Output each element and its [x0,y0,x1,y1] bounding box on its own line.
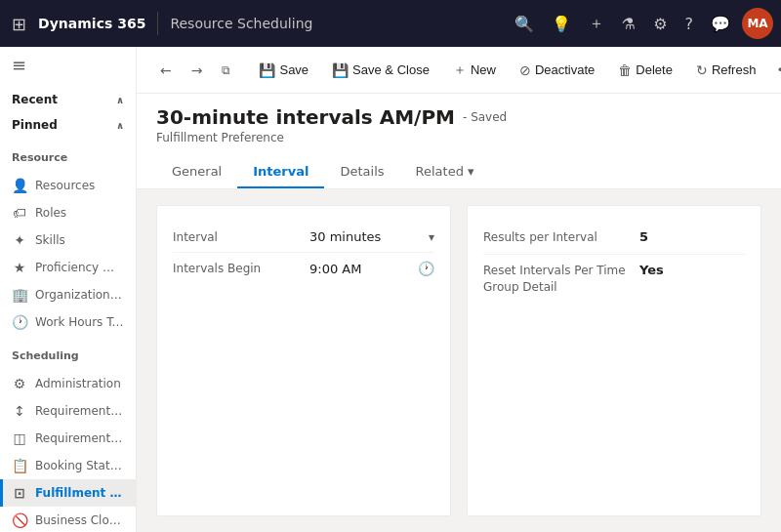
plus-icon[interactable]: ＋ [583,8,610,40]
tab-general-label: General [172,164,222,179]
sidebar-item-workhours[interactable]: 🕐 Work Hours Temp... [0,308,136,336]
delete-button[interactable]: 🗑 Delete [607,56,683,85]
sidebar-item-resources[interactable]: 👤 Resources [0,172,136,199]
deactivate-label: Deactivate [535,62,595,77]
new-button[interactable]: ＋ New [442,55,507,86]
new-label: New [471,62,496,77]
form-content: Interval 30 minutes ▾ Intervals Begin 9:… [137,189,781,532]
admin-label: Administration [35,377,121,390]
toolbar-nav: ← → ⧉ [152,57,238,84]
tab-details[interactable]: Details [324,156,399,188]
record-title: 30-minute intervals AM/PM [156,105,455,129]
closures-label: Business Closures [35,513,124,527]
deactivate-icon: ⊘ [519,62,531,78]
delete-icon: 🗑 [618,62,632,78]
workhours-icon: 🕐 [12,314,27,330]
interval-row: Interval 30 minutes ▾ [173,222,434,253]
form-section-right: Results per Interval 5 Reset Intervals P… [467,205,761,516]
toolbar: ← → ⧉ 💾 Save 💾 Save & Close ＋ New ⊘ Deac… [137,47,781,94]
pinned-label: Pinned [12,118,58,132]
intervals-begin-container[interactable]: 9:00 AM 🕐 [309,261,434,276]
sidebar-recent-header[interactable]: Recent ∧ [0,87,136,112]
save-close-button[interactable]: 💾 Save & Close [321,56,440,85]
tab-details-label: Details [340,164,384,179]
results-per-interval-label: Results per Interval [483,229,639,246]
interval-value-container[interactable]: 30 minutes ▾ [309,229,434,244]
refresh-icon: ↻ [696,62,708,78]
deactivate-button[interactable]: ⊘ Deactivate [509,56,605,85]
tab-related[interactable]: Related ▾ [400,156,490,188]
sidebar-item-req-priority[interactable]: ↕ Requirement Priori... [0,397,136,425]
chat-icon[interactable]: 💬 [705,9,736,39]
refresh-label: Refresh [712,62,757,77]
new-icon: ＋ [453,61,467,79]
sidebar-toggle[interactable]: ≡ [0,47,136,83]
settings-icon[interactable]: ⚙ [647,9,673,39]
related-chevron: ▾ [468,164,474,179]
tab-interval-label: Interval [253,164,308,179]
sidebar-item-admin[interactable]: ⚙ Administration [0,370,136,397]
scheduling-section: ⚙ Administration ↕ Requirement Priori...… [0,366,136,532]
reset-intervals-value: Yes [639,263,664,277]
skills-label: Skills [35,233,65,247]
admin-icon: ⚙ [12,376,27,391]
more-button[interactable]: ••• [768,57,781,83]
save-close-icon: 💾 [332,62,349,78]
sidebar: ≡ Recent ∧ Pinned ∧ Resource 👤 Resources… [0,47,137,532]
lightbulb-icon[interactable]: 💡 [546,9,577,39]
search-icon[interactable]: 🔍 [509,9,540,39]
sidebar-pinned-header[interactable]: Pinned ∧ [0,112,136,138]
save-button[interactable]: 💾 Save [248,56,319,85]
req-status-icon: ◫ [12,430,27,446]
help-icon[interactable]: ? [679,9,700,39]
sidebar-item-req-status[interactable]: ◫ Requirement Stat... [0,425,136,452]
fulfillment-icon: ⊡ [12,485,27,501]
org-icon: 🏢 [12,287,27,303]
sidebar-item-proficiency[interactable]: ★ Proficiency Models [0,254,136,281]
results-per-interval-value: 5 [639,229,648,244]
workhours-label: Work Hours Temp... [35,315,124,329]
popup-button[interactable]: ⧉ [214,58,238,83]
tab-general[interactable]: General [156,156,237,188]
avatar[interactable]: MA [742,8,773,39]
sidebar-item-roles[interactable]: 🏷 Roles [0,199,136,226]
record-tabs: General Interval Details Related ▾ [156,156,761,188]
recent-label: Recent [12,93,58,106]
proficiency-label: Proficiency Models [35,261,124,274]
sidebar-item-skills[interactable]: ✦ Skills [0,226,136,254]
tab-interval[interactable]: Interval [237,156,324,188]
delete-label: Delete [636,62,673,77]
back-button[interactable]: ← [152,57,180,84]
resources-icon: 👤 [12,178,27,193]
brand: Dynamics 365 [38,16,145,31]
record-subtitle: Fulfillment Preference [156,131,761,144]
intervals-begin-value: 9:00 AM [309,262,361,276]
refresh-button[interactable]: ↻ Refresh [685,56,767,85]
sidebar-item-closures[interactable]: 🚫 Business Closures [0,507,136,532]
resource-section: 👤 Resources 🏷 Roles ✦ Skills ★ Proficien… [0,168,136,340]
filter-icon[interactable]: ⚗ [616,9,641,39]
record-saved-status: - Saved [463,110,507,124]
booking-label: Booking Statuses [35,459,124,472]
intervals-begin-row: Intervals Begin 9:00 AM 🕐 [173,253,434,284]
results-per-interval-row: Results per Interval 5 [483,222,745,255]
sidebar-item-booking[interactable]: 📋 Booking Statuses [0,452,136,479]
intervals-begin-label: Intervals Begin [173,262,309,275]
app-name: Resource Scheduling [170,16,312,31]
roles-icon: 🏷 [12,205,27,221]
main-layout: ≡ Recent ∧ Pinned ∧ Resource 👤 Resources… [0,47,781,532]
save-close-label: Save & Close [352,62,430,77]
sidebar-item-org[interactable]: 🏢 Organizational Un... [0,281,136,308]
forward-button[interactable]: → [184,57,211,84]
grid-icon[interactable]: ⊞ [8,10,30,38]
interval-label: Interval [173,230,309,244]
resource-group-label: Resource [0,142,136,168]
fulfillment-label: Fulfillment Prefe... [35,486,124,500]
sidebar-item-fulfillment[interactable]: ⊡ Fulfillment Prefe... [0,479,136,507]
reset-intervals-row: Reset Intervals Per Time Group Detail Ye… [483,255,745,304]
req-priority-label: Requirement Priori... [35,404,124,418]
form-section-left: Interval 30 minutes ▾ Intervals Begin 9:… [156,205,451,516]
recent-chevron: ∧ [116,95,124,105]
record-header: 30-minute intervals AM/PM - Saved Fulfil… [137,94,781,189]
org-label: Organizational Un... [35,288,124,302]
